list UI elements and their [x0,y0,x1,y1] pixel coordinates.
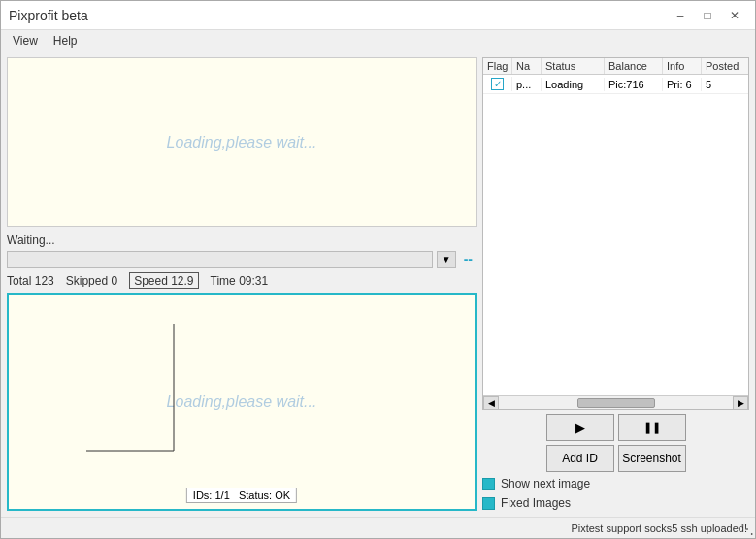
right-panel: Flag Na Status Balance Info Posted p... … [482,57,749,511]
td-status: Loading [542,78,605,91]
total-stat: Total 123 [7,274,54,287]
th-flag: Flag [483,58,512,74]
scroll-right-icon[interactable]: ▶ [733,396,748,410]
action-controls: Add ID Screenshot [482,445,749,472]
close-button[interactable]: ✕ [722,6,747,25]
row-checkbox[interactable] [491,78,504,90]
speed-stat: Speed 12.9 [129,272,198,289]
title-bar: Pixprofit beta – □ ✕ [1,1,755,30]
stats-row: Total 123 Skipped 0 Speed 12.9 Time 09:3… [7,272,477,289]
table-header: Flag Na Status Balance Info Posted [483,58,748,75]
window-title: Pixprofit beta [9,8,88,23]
play-button[interactable]: ▶ [546,414,614,441]
menu-bar: View Help [1,30,755,51]
scrollbar[interactable]: ◀ ▶ [483,395,748,409]
pause-button[interactable]: ❚❚ [618,414,686,441]
bottom-status-bar: Pixtest support socks5 ssh uploaded! ⋱ [1,517,755,538]
waiting-label: Waiting... [7,233,477,247]
fixed-images-row: Fixed Images [482,495,749,511]
menu-view[interactable]: View [5,32,46,50]
scrollbar-thumb[interactable] [577,398,655,408]
screenshot-button[interactable]: Screenshot [618,445,686,472]
loading-text-bottom: Loading,please wait... [167,393,317,411]
title-bar-left: Pixprofit beta [9,8,88,23]
td-info: Pri: 6 [663,78,702,91]
dropdown-arrow-icon[interactable]: ▼ [437,251,456,268]
playback-controls: ▶ ❚❚ [482,414,749,441]
fixed-images-label: Fixed Images [501,496,571,510]
left-panel: Loading,please wait... Waiting... ▼ -- T… [7,57,477,511]
maximize-button[interactable]: □ [695,6,720,25]
td-posted: 5 [702,78,740,91]
td-balance: Pic:716 [605,78,663,91]
main-content: Loading,please wait... Waiting... ▼ -- T… [1,51,755,517]
bottom-image-preview: Loading,please wait... IDs: 1/1 Status: … [7,293,477,511]
th-balance: Balance [605,58,663,74]
th-info: Info [663,58,702,74]
loading-text-top: Loading,please wait... [167,134,317,152]
show-next-row: Show next image [482,476,749,491]
td-name: p... [512,78,542,91]
menu-help[interactable]: Help [46,32,85,50]
minimize-button[interactable]: – [668,6,693,25]
show-next-checkbox[interactable] [482,478,495,490]
th-posted: Posted [702,58,740,74]
progress-bar [7,251,433,268]
main-window: Pixprofit beta – □ ✕ View Help Loading,p… [0,0,756,539]
progress-row: ▼ -- [7,251,477,268]
add-id-button[interactable]: Add ID [546,445,614,472]
show-next-label: Show next image [501,477,590,490]
th-name: Na [512,58,542,74]
th-status: Status [542,58,605,74]
table-row: p... Loading Pic:716 Pri: 6 5 [483,75,748,94]
accounts-table: Flag Na Status Balance Info Posted p... … [482,57,749,410]
dash-button[interactable]: -- [460,252,477,267]
title-controls: – □ ✕ [668,6,747,25]
ids-label: IDs: 1/1 Status: OK [186,488,297,503]
status-message: Pixtest support socks5 ssh uploaded! [571,522,747,534]
top-image-preview: Loading,please wait... [7,57,477,227]
resize-handle-icon[interactable]: ⋱ [740,522,754,537]
td-flag [483,77,512,91]
scroll-left-icon[interactable]: ◀ [483,396,499,410]
skipped-stat: Skipped 0 [66,274,117,287]
time-stat: Time 09:31 [211,274,269,287]
fixed-images-checkbox[interactable] [482,497,495,510]
